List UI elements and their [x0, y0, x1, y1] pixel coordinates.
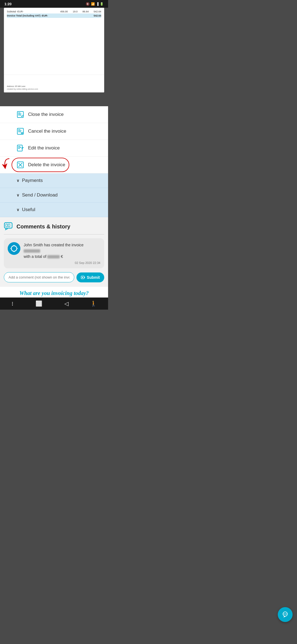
status-time: 1:20: [4, 2, 12, 6]
comment-input[interactable]: [4, 272, 74, 282]
status-bar: 1:20 🔇 📶 ▐ 🔋: [0, 0, 108, 8]
comments-header: Comments & history: [4, 222, 104, 234]
submit-icon: [81, 275, 85, 280]
blurred-amount-2: [47, 255, 60, 258]
nav-menu-icon[interactable]: ⫶: [11, 301, 14, 307]
chevron-payments-icon: ∨: [16, 178, 19, 183]
edit-invoice-label: Edit the invoice: [28, 145, 60, 151]
comment-text: John Smith has created the invoice with …: [24, 242, 100, 260]
menu-item-delete[interactable]: Delete the invoice: [0, 157, 108, 173]
nav-back-icon[interactable]: ◁: [64, 300, 68, 307]
subtotal-values: 456.00 19.0 86.64 542.64: [60, 10, 101, 13]
cancel-invoice-label: Cancel the invoice: [28, 129, 66, 134]
submit-button[interactable]: Submit: [76, 272, 104, 282]
dark-gap: [0, 92, 108, 106]
svg-rect-5: [18, 129, 20, 130]
mute-icon: 🔇: [86, 2, 90, 6]
payments-label: Payments: [22, 178, 43, 183]
comment-timestamp: 02 Sep 2020 22:34: [24, 261, 100, 264]
close-invoice-icon: [16, 111, 24, 118]
total-value: 542.64: [94, 14, 101, 17]
submit-label: Submit: [87, 275, 100, 280]
close-invoice-label: Close the invoice: [28, 112, 64, 117]
payments-section[interactable]: ∨ Payments: [0, 173, 108, 188]
comment-card: John Smith has created the invoice with …: [4, 238, 104, 268]
svg-rect-1: [18, 113, 20, 113]
menu-item-cancel[interactable]: Cancel the invoice: [0, 123, 108, 140]
useful-section[interactable]: ∨ Useful: [0, 203, 108, 217]
edit-invoice-icon: [16, 144, 24, 152]
svg-rect-19: [6, 224, 7, 227]
comments-title: Comments & history: [16, 223, 70, 230]
invoice-total-row: Invoice Total (including VAT) -EUR- 542.…: [7, 13, 101, 18]
comments-section: Comments & history John Smith has create…: [0, 217, 108, 287]
delete-annotation-arrow: [1, 158, 11, 170]
svg-point-21: [8, 242, 20, 255]
svg-rect-13: [18, 148, 20, 149]
battery-icon: 🔋: [100, 2, 104, 6]
bottom-nav: ⫶ ⬜ ◁ 🚶: [0, 298, 108, 310]
delete-invoice-icon: [16, 161, 24, 169]
svg-rect-28: [82, 277, 83, 278]
promo-text: What are you invoicing today?: [0, 287, 108, 298]
svg-rect-7: [18, 132, 21, 132]
invoice-footer: Address: 65 Mill Lane created by online-…: [4, 75, 104, 92]
subtotal-row: Subtotal -EUR- 456.00 19.0 86.64 542.64: [7, 10, 101, 13]
chevron-send-icon: ∨: [16, 193, 19, 197]
nav-person-icon[interactable]: 🚶: [90, 300, 97, 307]
invoice-address: Address: 65 Mill Lane: [7, 85, 101, 87]
svg-rect-6: [18, 130, 21, 131]
svg-rect-11: [18, 146, 20, 147]
comment-content: John Smith has created the invoice with …: [24, 242, 100, 264]
svg-rect-10: [17, 145, 22, 151]
chevron-useful-icon: ∨: [16, 208, 19, 212]
invoice-table: Subtotal -EUR- 456.00 19.0 86.64 542.64 …: [4, 8, 104, 20]
status-icons: 🔇 📶 ▐ 🔋: [86, 2, 104, 6]
svg-rect-0: [17, 111, 23, 118]
nav-home-icon[interactable]: ⬜: [35, 300, 42, 307]
send-download-label: Send / Download: [22, 192, 57, 198]
invoice-body: [4, 20, 104, 75]
user-avatar: [8, 242, 20, 255]
svg-rect-2: [18, 114, 21, 114]
invoice-preview: Subtotal -EUR- 456.00 19.0 86.64 542.64 …: [4, 8, 104, 92]
svg-rect-20: [8, 224, 10, 227]
invoice-created: created by online-billing-service.com: [7, 88, 101, 90]
svg-rect-12: [18, 147, 21, 148]
comments-icon: [4, 222, 14, 231]
subtotal-label: Subtotal -EUR-: [7, 10, 60, 13]
wifi-icon: 📶: [91, 2, 95, 6]
cancel-invoice-icon: [16, 127, 24, 135]
useful-label: Useful: [22, 207, 35, 212]
delete-invoice-label: Delete the invoice: [28, 162, 65, 168]
expandable-sections: ∨ Payments ∨ Send / Download ∨ Useful: [0, 173, 108, 217]
blurred-amount-1: [24, 249, 40, 253]
svg-rect-3: [18, 115, 21, 115]
signal-icon: ▐: [96, 2, 98, 6]
total-label: Invoice Total (including VAT) -EUR-: [7, 14, 94, 17]
menu-item-edit[interactable]: Edit the invoice: [0, 140, 108, 157]
comment-input-row: Submit: [4, 272, 104, 282]
menu-section: Close the invoice Cancel the invoice: [0, 106, 108, 173]
menu-item-close[interactable]: Close the invoice: [0, 106, 108, 123]
send-download-section[interactable]: ∨ Send / Download: [0, 188, 108, 203]
